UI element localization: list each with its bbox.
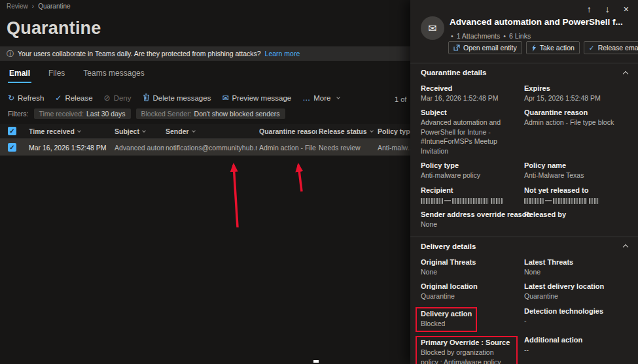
row-subject: Advanced automati...: [115, 139, 164, 156]
field-label: Subject: [421, 108, 518, 116]
redacted-value: [524, 195, 621, 205]
column-policy-type[interactable]: Policy type: [378, 124, 410, 138]
delete-messages-label: Delete messages: [153, 94, 211, 102]
column-quarantine-reason[interactable]: Quarantine reason: [259, 124, 317, 138]
section-quarantine-details[interactable]: Quarantine details: [410, 63, 638, 78]
check-icon: ✓: [589, 44, 595, 52]
deny-label: Deny: [114, 94, 132, 102]
row-time-received: Mar 16, 2026 1:52:48 PM: [29, 139, 113, 156]
field-value: Mar 16, 2026 1:52:48 PM: [421, 93, 518, 103]
more-label: More: [313, 94, 330, 102]
trash-icon: [143, 93, 150, 103]
field-value: -: [524, 316, 621, 325]
chevron-down-icon: [337, 95, 341, 99]
field-value: Anti-Malware Texas: [524, 171, 621, 180]
field-label: Additional action: [524, 336, 621, 344]
breadcrumb: Review › Quarantine: [7, 3, 71, 10]
filter-chip-time-received[interactable]: Time received: Last 30 days: [34, 108, 131, 119]
row-checkbox[interactable]: ✓: [8, 143, 16, 152]
previous-item-icon[interactable]: ↑: [587, 4, 592, 14]
field-label: Original location: [421, 282, 518, 290]
links-count: 6 Links: [509, 32, 531, 40]
field-label: Primary Override : Source: [421, 339, 512, 346]
field-value: Blocked by organization policy : Antimal…: [421, 348, 512, 364]
row-sender: notifications@communityhub.microsoft.com: [166, 139, 257, 156]
preview-message-label: Preview message: [232, 94, 291, 102]
take-action-button[interactable]: Take action: [526, 41, 580, 54]
field-label: Sender address override reason: [421, 210, 518, 218]
tab-email[interactable]: Email: [8, 66, 31, 83]
tab-bar: Email Files Teams messages: [8, 66, 146, 83]
page-title: Quarantine: [7, 18, 101, 39]
filter-chip-blocked-sender[interactable]: Blocked Sender: Don't show blocked sende…: [136, 108, 285, 119]
column-release-status[interactable]: Release status: [319, 124, 375, 138]
more-ellipsis-icon: …: [302, 94, 310, 102]
field-label: Released by: [524, 210, 621, 218]
main-content: Review › Quarantine Quarantine ⓘ Your us…: [0, 0, 410, 364]
table-row[interactable]: ✓ Mar 16, 2026 1:52:48 PM Advanced autom…: [0, 139, 410, 156]
refresh-button[interactable]: ↻ Refresh: [8, 94, 44, 102]
flyout-body: Quarantine details ReceivedMar 16, 2026 …: [410, 63, 638, 364]
field-value: None: [524, 267, 621, 276]
field-label: Delivery action: [421, 310, 472, 318]
collapse-chevron-icon[interactable]: [623, 71, 628, 76]
command-bar: ↻ Refresh ✓ Release ⊘ Deny Delete messag…: [8, 93, 340, 103]
collapse-chevron-icon[interactable]: [623, 244, 628, 250]
sort-chevron-icon: [77, 129, 81, 133]
flyout-meta: • 1 Attachments • 6 Links: [451, 32, 531, 40]
filter-key: Time received:: [39, 110, 84, 118]
field-value: Blocked: [421, 319, 472, 328]
field-value: --: [524, 345, 621, 354]
select-all-checkbox[interactable]: ✓: [8, 127, 16, 135]
filters-label: Filters:: [8, 110, 29, 118]
field-label: Policy name: [524, 161, 621, 169]
banner-learn-more-link[interactable]: Learn more: [265, 50, 300, 58]
row-quarantine-reason: Admin action - File ty...: [259, 139, 317, 156]
delete-messages-button[interactable]: Delete messages: [143, 93, 211, 103]
annotation-box-delivery-action: Delivery action Blocked: [416, 307, 477, 332]
more-button[interactable]: … More: [302, 94, 340, 102]
open-email-entity-button[interactable]: Open email entity: [448, 41, 522, 54]
field-value: None: [421, 267, 518, 276]
breadcrumb-separator-icon: ›: [32, 3, 34, 10]
release-button[interactable]: ✓ Release: [55, 94, 92, 102]
redacted-value: [421, 195, 518, 205]
preview-message-button[interactable]: ✉ Preview message: [222, 94, 291, 102]
bullet-icon: •: [503, 32, 506, 40]
release-email-button[interactable]: ✓ Release email: [584, 41, 638, 54]
section-delivery-details[interactable]: Delivery details: [410, 237, 638, 252]
field-value: Quarantine: [421, 291, 518, 301]
breadcrumb-review[interactable]: Review: [7, 3, 28, 10]
close-icon[interactable]: ×: [624, 4, 629, 14]
column-sender[interactable]: Sender: [166, 124, 257, 138]
release-check-icon: ✓: [55, 94, 62, 102]
field-value: None: [421, 220, 518, 229]
field-value: Admin action - File type block: [524, 118, 621, 127]
attachments-count: 1 Attachments: [457, 32, 501, 40]
field-value: Anti-malware policy: [421, 171, 518, 180]
field-label: Original Threats: [421, 258, 518, 266]
tab-teams-messages[interactable]: Teams messages: [82, 66, 145, 83]
column-subject[interactable]: Subject: [115, 124, 164, 138]
section-title: Quarantine details: [421, 69, 486, 76]
tab-files[interactable]: Files: [47, 66, 66, 83]
sort-chevron-icon: [142, 129, 146, 133]
sort-chevron-icon: [370, 129, 374, 133]
teams-protection-banner: ⓘ Your users collaborate in Teams daily.…: [0, 46, 410, 61]
next-item-icon[interactable]: ↓: [605, 4, 610, 14]
filter-key: Blocked Sender:: [141, 110, 192, 118]
deny-button: ⊘ Deny: [104, 94, 132, 102]
sort-chevron-icon: [192, 129, 196, 133]
email-icon: ✉: [428, 22, 436, 35]
table-header: ✓ Time received Subject Sender Quarantin…: [0, 124, 410, 139]
breadcrumb-quarantine: Quarantine: [38, 3, 70, 10]
filter-value: Don't show blocked senders: [194, 110, 280, 118]
flyout-nav: ↑ ↓ ×: [587, 4, 629, 14]
column-time-received[interactable]: Time received: [29, 124, 113, 138]
banner-text: Your users collaborate in Teams daily. A…: [18, 50, 261, 58]
envelope-icon: ✉: [222, 94, 228, 102]
bullet-icon: •: [451, 32, 453, 40]
quarantine-detail-flyout: ↑ ↓ × ✉ Advanced automation and PowerShe…: [410, 0, 638, 364]
defender-quarantine-screen: Review › Quarantine Quarantine ⓘ Your us…: [0, 0, 638, 364]
field-label: Detection technologies: [524, 307, 621, 315]
